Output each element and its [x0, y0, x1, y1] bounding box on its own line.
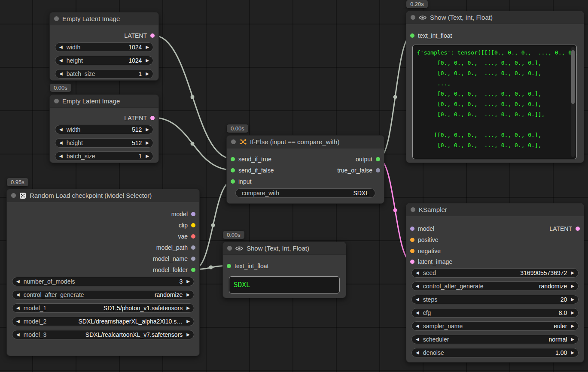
model-folder-output-dot[interactable] — [191, 268, 195, 272]
widget-height[interactable]: ◀ height 512 ▶ — [55, 138, 153, 148]
node-show-text-large[interactable]: 0.20s Show (Text, Int, Float) text_int_f… — [406, 11, 584, 163]
widget-model-2[interactable]: ◀ model_2 SDXL/dreamshaperXL_alpha2Xl10.… — [12, 317, 194, 326]
widget-width[interactable]: ◀ width 512 ▶ — [55, 125, 153, 134]
widget-seed[interactable]: ◀ seed 31699055736972 ▶ — [411, 268, 579, 278]
widget-cfg[interactable]: ◀ cfg 8.0 ▶ — [411, 308, 579, 318]
decrement-arrow-icon[interactable]: ◀ — [16, 293, 20, 297]
widget-control-after-generate[interactable]: ◀ control_after_generate randomize ▶ — [12, 290, 194, 299]
decrement-arrow-icon[interactable]: ◀ — [416, 324, 419, 328]
latent-output-dot[interactable] — [576, 227, 580, 231]
node-ksampler[interactable]: KSampler model positive negative latent_… — [406, 203, 584, 363]
widget-compare-with[interactable]: compare_with SDXL — [235, 188, 375, 198]
widget-batch-size[interactable]: ◀ batch_size 1 ▶ — [55, 69, 153, 79]
model-path-output-dot[interactable] — [191, 245, 195, 250]
slot-label: positive — [418, 236, 438, 243]
increment-arrow-icon[interactable]: ▶ — [186, 319, 190, 324]
widget-label: sampler_name — [423, 323, 463, 330]
decrement-arrow-icon[interactable]: ◀ — [16, 333, 20, 337]
increment-arrow-icon[interactable]: ▶ — [146, 58, 149, 63]
widget-steps[interactable]: ◀ steps 20 ▶ — [411, 295, 579, 304]
send-if-true-input-dot[interactable] — [231, 157, 235, 161]
slot-label: LATENT — [124, 115, 147, 121]
decrement-arrow-icon[interactable]: ◀ — [416, 297, 419, 302]
increment-arrow-icon[interactable]: ▶ — [186, 306, 190, 310]
increment-arrow-icon[interactable]: ▶ — [571, 284, 574, 288]
scrollbar-thumb[interactable] — [571, 50, 575, 104]
scrollbar-track[interactable] — [571, 47, 575, 157]
show-text-output-box[interactable]: {'samples': tensor([[[[0., 0., 0., ..., … — [412, 45, 577, 159]
vae-output-dot[interactable] — [191, 234, 195, 239]
collapse-dot[interactable] — [227, 246, 232, 251]
collapse-dot[interactable] — [54, 99, 59, 103]
node-title: Random Load checkpoint (Model Selector) — [30, 192, 152, 199]
widget-width[interactable]: ◀ width 1024 ▶ — [55, 42, 153, 52]
collapse-dot[interactable] — [411, 207, 415, 212]
node-empty-latent-image-2[interactable]: 0.00s Empty Latent Image LATENT ◀ width … — [49, 94, 159, 163]
widget-denoise[interactable]: ◀ denoise 1.00 ▶ — [411, 348, 579, 357]
decrement-arrow-icon[interactable]: ◀ — [16, 279, 20, 284]
decrement-arrow-icon[interactable]: ◀ — [16, 306, 20, 310]
model-name-output-dot[interactable] — [191, 257, 195, 261]
increment-arrow-icon[interactable]: ▶ — [186, 333, 190, 337]
increment-arrow-icon[interactable]: ▶ — [571, 337, 574, 342]
increment-arrow-icon[interactable]: ▶ — [146, 141, 149, 145]
decrement-arrow-icon[interactable]: ◀ — [59, 127, 63, 132]
increment-arrow-icon[interactable]: ▶ — [571, 297, 574, 302]
increment-arrow-icon[interactable]: ▶ — [186, 293, 190, 297]
decrement-arrow-icon[interactable]: ◀ — [416, 271, 419, 275]
true-or-false-output-dot[interactable] — [376, 168, 380, 172]
collapse-dot[interactable] — [231, 139, 236, 144]
decrement-arrow-icon[interactable]: ◀ — [16, 319, 20, 324]
increment-arrow-icon[interactable]: ▶ — [146, 154, 149, 158]
decrement-arrow-icon[interactable]: ◀ — [59, 58, 63, 63]
widget-label: model_2 — [24, 318, 47, 325]
increment-arrow-icon[interactable]: ▶ — [146, 45, 149, 49]
node-show-text-small[interactable]: 0.00s Show (Text, Int, Float) text_int_f… — [222, 242, 346, 298]
positive-input-dot[interactable] — [410, 238, 414, 242]
decrement-arrow-icon[interactable]: ◀ — [416, 337, 419, 342]
latent-image-input-dot[interactable] — [410, 260, 414, 264]
collapse-dot[interactable] — [411, 15, 415, 20]
send-if-false-input-dot[interactable] — [231, 168, 235, 172]
negative-input-dot[interactable] — [410, 249, 414, 253]
decrement-arrow-icon[interactable]: ◀ — [59, 72, 63, 76]
widget-model-3[interactable]: ◀ model_3 SDXL/realcartoonXL_v7.safetens… — [12, 330, 194, 339]
model-input-dot[interactable] — [410, 227, 414, 231]
node-random-load-checkpoint[interactable]: 0.95s Random Load checkpoint (Model Sele… — [6, 189, 200, 356]
increment-arrow-icon[interactable]: ▶ — [571, 324, 574, 328]
model-output-dot[interactable] — [191, 212, 195, 216]
node-empty-latent-image-1[interactable]: Empty Latent Image LATENT ◀ width 1024 ▶… — [49, 12, 159, 81]
eye-icon — [235, 245, 243, 251]
increment-arrow-icon[interactable]: ▶ — [571, 271, 574, 275]
decrement-arrow-icon[interactable]: ◀ — [59, 141, 63, 145]
graph-canvas[interactable]: Empty Latent Image LATENT ◀ width 1024 ▶… — [0, 0, 588, 372]
latent-output-dot[interactable] — [150, 116, 155, 120]
widget-model-1[interactable]: ◀ model_1 SD1.5/photon_v1.safetensors ▶ — [12, 303, 194, 313]
widget-control-after-generate[interactable]: ◀ control_after_generate randomize ▶ — [411, 281, 579, 291]
increment-arrow-icon[interactable]: ▶ — [146, 72, 149, 76]
widget-batch-size[interactable]: ◀ batch_size 1 ▶ — [55, 151, 153, 161]
widget-number-of-models[interactable]: ◀ number_of_models 3 ▶ — [12, 277, 194, 286]
decrement-arrow-icon[interactable]: ◀ — [416, 284, 419, 288]
decrement-arrow-icon[interactable]: ◀ — [59, 154, 63, 158]
text-int-float-input-dot[interactable] — [227, 264, 231, 268]
latent-output-dot[interactable] — [150, 33, 155, 38]
widget-height[interactable]: ◀ height 1024 ▶ — [55, 56, 153, 65]
decrement-arrow-icon[interactable]: ◀ — [416, 351, 419, 355]
show-text-output-box[interactable]: SDXL — [229, 276, 340, 293]
text-int-float-input-dot[interactable] — [410, 33, 414, 38]
decrement-arrow-icon[interactable]: ◀ — [416, 311, 419, 315]
input-input-dot[interactable] — [231, 179, 235, 184]
widget-sampler-name[interactable]: ◀ sampler_name euler ▶ — [411, 321, 579, 331]
increment-arrow-icon[interactable]: ▶ — [571, 351, 574, 355]
output-output-dot[interactable] — [376, 157, 380, 161]
increment-arrow-icon[interactable]: ▶ — [146, 127, 149, 132]
increment-arrow-icon[interactable]: ▶ — [571, 311, 574, 315]
clip-output-dot[interactable] — [191, 223, 195, 227]
increment-arrow-icon[interactable]: ▶ — [186, 279, 190, 284]
decrement-arrow-icon[interactable]: ◀ — [59, 45, 63, 49]
collapse-dot[interactable] — [11, 193, 16, 198]
node-if-else[interactable]: 0.00s If-Else (input == compare_with) — [226, 135, 384, 204]
collapse-dot[interactable] — [54, 16, 59, 21]
widget-scheduler[interactable]: ◀ scheduler normal ▶ — [411, 335, 579, 344]
